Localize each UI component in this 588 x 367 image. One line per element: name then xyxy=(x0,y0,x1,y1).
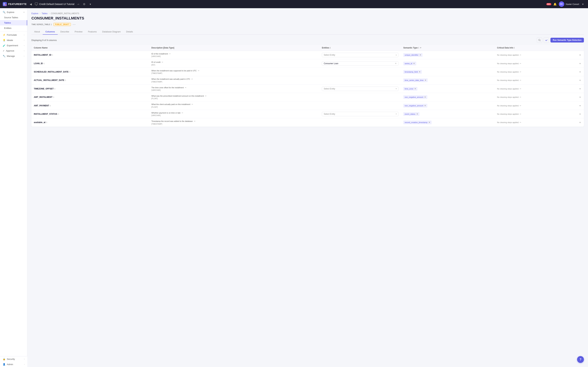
edit-critical-info-button[interactable]: ✏ xyxy=(520,71,521,73)
edit-critical-info-button[interactable]: ✏ xyxy=(520,113,521,115)
entity-select-4[interactable]: Select Entity▾ xyxy=(322,87,398,91)
tab-preview[interactable]: Preview xyxy=(72,29,85,35)
copy-column-name-button[interactable]: ⎘ xyxy=(53,96,54,98)
expand-row-button[interactable]: ▾ xyxy=(580,113,581,115)
expand-row-button[interactable]: ▾ xyxy=(580,96,581,99)
column-description: The time zone offset for the installment… xyxy=(151,86,317,89)
entity-select-7[interactable]: Select Entity▾ xyxy=(322,112,398,116)
sidebar-divider-1 xyxy=(0,31,27,32)
th-semantic-type: Semantic Type ℹ ▼ xyxy=(401,45,495,51)
edit-description-button[interactable]: ✏ xyxy=(191,78,193,80)
col-entity-cell-7: Select Entity▾ xyxy=(319,110,401,118)
clear-entity-button[interactable]: ✕ xyxy=(395,62,397,65)
tab-columns[interactable]: Columns xyxy=(43,29,58,35)
run-semantic-type-detection-button[interactable]: Run Semantic Type Detection xyxy=(550,38,584,42)
sidebar-item-tables[interactable]: Tables xyxy=(0,20,27,25)
nav-chevron-button[interactable]: ▾ xyxy=(88,2,93,7)
top-navigation: FEATUREBYTE ◀ Credit Default Dataset UI … xyxy=(0,0,588,8)
remove-semantic-type-button[interactable]: ✕ xyxy=(424,104,426,107)
sidebar-item-admin[interactable]: 👤 Admin › xyxy=(0,362,27,367)
copy-column-name-button[interactable]: ⎘ xyxy=(54,88,56,90)
copy-column-name-button[interactable]: ⎘ xyxy=(69,71,70,73)
remove-semantic-type-button[interactable]: ✕ xyxy=(413,62,415,65)
semantic-type-filter-icon[interactable]: ▼ xyxy=(420,47,422,49)
copy-column-name-button[interactable]: ⎘ xyxy=(65,79,66,81)
table-type-info-icon[interactable]: ℹ xyxy=(51,23,52,26)
sidebar-item-security[interactable]: 🔒 Security › xyxy=(0,356,27,362)
tab-features[interactable]: Features xyxy=(85,29,99,35)
edit-description-button[interactable]: ✏ xyxy=(182,112,183,114)
sidebar-item-manage[interactable]: 🔧 Manage › xyxy=(0,53,27,59)
table-row: INSTALLMENT_ID⎘ID of the installment ✏[V… xyxy=(31,51,584,59)
remove-semantic-type-button[interactable]: ✕ xyxy=(428,121,430,124)
tab-database-diagram[interactable]: Database Diagram xyxy=(99,29,123,35)
breadcrumb-explore[interactable]: Explore xyxy=(31,12,38,15)
edit-critical-info-button[interactable]: ✏ xyxy=(520,62,521,65)
help-button[interactable]: ? xyxy=(577,356,584,363)
expand-row-button[interactable]: ▾ xyxy=(580,104,581,107)
semantic-type-tag-0: unique_identifier✕ xyxy=(403,53,423,57)
col-critical-cell-4: No cleaning steps applied.✏ xyxy=(495,84,577,93)
edit-critical-info-button[interactable]: ✏ xyxy=(520,79,521,81)
tab-details[interactable]: Details xyxy=(123,29,136,35)
edit-description-button[interactable]: ✏ xyxy=(192,103,193,106)
check-button[interactable] xyxy=(544,37,549,43)
copy-column-name-button[interactable]: ⎘ xyxy=(50,105,51,107)
expand-row-button[interactable]: ▾ xyxy=(580,87,581,90)
expand-row-button[interactable]: ▾ xyxy=(580,79,581,82)
expand-row-button[interactable]: ▾ xyxy=(580,62,581,65)
breadcrumb-tables[interactable]: Tables xyxy=(42,12,48,15)
copy-column-name-button[interactable]: ⎘ xyxy=(58,113,59,115)
column-name-label: AMT_INSTALMENT xyxy=(34,96,52,98)
table-row: available_at⎘Timestamp the record was ad… xyxy=(31,118,584,127)
column-data-type: [FLOAT] xyxy=(151,106,317,108)
svg-point-1 xyxy=(5,4,7,6)
remove-semantic-type-button[interactable]: ✕ xyxy=(420,54,421,56)
expand-row-button[interactable]: ▾ xyxy=(580,121,581,124)
edit-critical-info-button[interactable]: ✏ xyxy=(520,54,521,56)
tab-about[interactable]: About xyxy=(31,29,43,35)
copy-column-name-button[interactable]: ⎘ xyxy=(52,54,53,56)
remove-semantic-type-button[interactable]: ✕ xyxy=(416,113,418,115)
edit-critical-info-button[interactable]: ✏ xyxy=(520,105,521,107)
expand-row-button[interactable]: ▾ xyxy=(580,70,581,73)
settings-button[interactable]: ⚙ xyxy=(82,2,87,7)
edit-description-button[interactable]: ✏ xyxy=(162,61,163,63)
semantic-type-info-icon[interactable]: ℹ xyxy=(418,47,419,49)
sidebar-item-entities[interactable]: Entities xyxy=(0,25,27,31)
copy-column-name-button[interactable]: ⎘ xyxy=(43,62,45,65)
sidebar-collapse-button[interactable]: ◀ xyxy=(29,2,33,6)
tab-describe[interactable]: Describe xyxy=(58,29,72,35)
remove-semantic-type-button[interactable]: ✕ xyxy=(414,88,416,90)
entity-select-0[interactable]: Select Entity▾ xyxy=(322,53,398,57)
sidebar-item-ideate[interactable]: 💡 Ideate › xyxy=(0,38,27,43)
more-options-button[interactable]: ⋯ xyxy=(73,23,76,26)
edit-description-button[interactable]: ✏ xyxy=(205,95,207,97)
table-type-label: TIME SERIES_TABLE xyxy=(31,23,50,25)
edit-description-button[interactable]: ✏ xyxy=(169,53,171,55)
remove-semantic-type-button[interactable]: ✕ xyxy=(419,71,420,73)
copy-column-name-button[interactable]: ⎘ xyxy=(46,121,47,123)
critical-data-info-icon[interactable]: ℹ xyxy=(514,47,515,49)
remove-semantic-type-button[interactable]: ✕ xyxy=(424,96,426,98)
entity-select-1[interactable]: Consumer Loan✕ xyxy=(322,61,398,66)
notification-button[interactable]: 🔔 xyxy=(553,2,557,7)
sidebar-item-experiment[interactable]: 🧪 Experiment › xyxy=(0,43,27,48)
sidebar-item-source-tables[interactable]: Source Tables xyxy=(0,15,27,20)
edit-description-button[interactable]: ✏ xyxy=(198,70,199,72)
edit-critical-info-button[interactable]: ✏ xyxy=(520,88,521,90)
share-button[interactable]: ⇀ xyxy=(76,2,80,7)
entities-info-icon[interactable]: ℹ xyxy=(330,47,330,49)
expand-row-button[interactable]: ▾ xyxy=(580,54,581,56)
manage-icon: 🔧 xyxy=(3,55,6,57)
edit-critical-info-button[interactable]: ✏ xyxy=(520,96,521,98)
edit-description-button[interactable]: ✏ xyxy=(185,87,186,89)
sidebar-item-explore[interactable]: 🔍 Explore ▾ xyxy=(0,9,27,15)
search-button[interactable] xyxy=(537,37,542,43)
remove-semantic-type-button[interactable]: ✕ xyxy=(425,79,426,81)
edit-description-button[interactable]: ✏ xyxy=(194,120,195,122)
sidebar-item-approve[interactable]: ✓ Approve › xyxy=(0,48,27,53)
sidebar-item-formulate[interactable]: ⚡ Formulate › xyxy=(0,32,27,38)
user-chevron-button[interactable]: ▾ xyxy=(580,2,585,7)
edit-critical-info-button[interactable]: ✏ xyxy=(520,121,521,124)
